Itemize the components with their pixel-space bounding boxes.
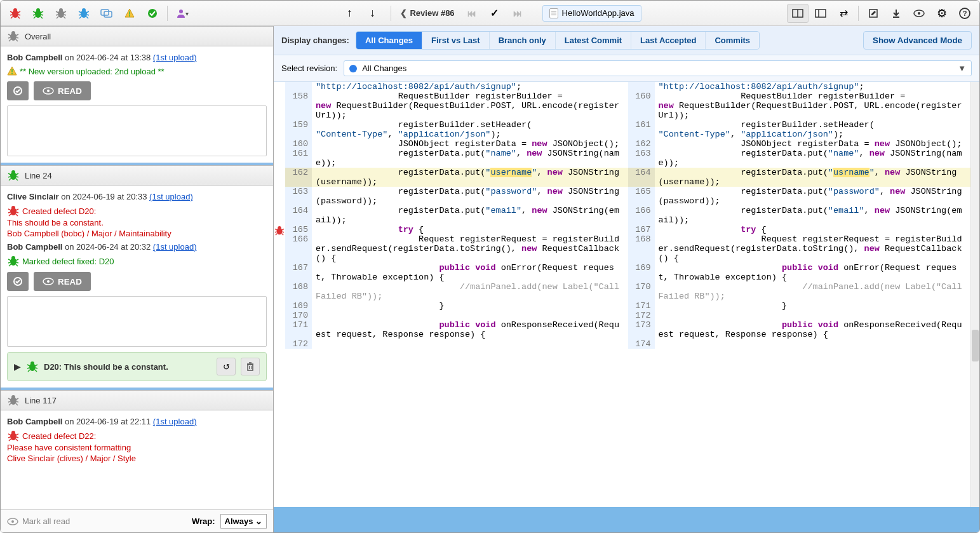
expand-button[interactable]: ▶ <box>14 361 21 372</box>
next-file-button[interactable]: ⏭ <box>507 4 528 23</box>
bug-red-icon <box>7 430 20 442</box>
upload-link[interactable]: (1st upload) <box>149 192 193 201</box>
comment-textarea[interactable] <box>7 296 267 347</box>
warning-button[interactable] <box>119 4 140 23</box>
section-overall-header[interactable]: Overall <box>1 26 273 46</box>
watch-button[interactable] <box>908 4 930 23</box>
select-revision-label: Select revision: <box>281 64 337 73</box>
section-line24-header[interactable]: Line 24 <box>1 165 273 186</box>
warning-icon <box>7 66 17 76</box>
defect-meta: Bob Campbell (bobc) / Major / Maintainab… <box>7 229 267 238</box>
edit-button[interactable] <box>863 4 884 23</box>
svg-rect-56 <box>248 365 253 370</box>
settings-button[interactable]: ⚙ <box>931 4 953 23</box>
accept-button[interactable] <box>7 272 29 291</box>
comment-author: Clive Sinclair <box>7 192 59 201</box>
comment-author: Bob Campbell <box>7 417 62 426</box>
top-toolbar: ▾ ↑ ↓ ❮Review #86 ⏮ ✓ ⏭ HelloWorldApp.ja… <box>1 1 979 26</box>
defect-meta: Clive Sinclair (clives) / Major / Style <box>7 454 267 463</box>
person-button[interactable]: ▾ <box>171 4 193 23</box>
revision-select[interactable]: All Changes ▼ <box>344 60 972 76</box>
advanced-mode-button[interactable]: Show Advanced Mode <box>863 31 972 50</box>
down-arrow-button[interactable]: ↓ <box>361 4 383 23</box>
defect-text: Please have consistent formatting <box>7 443 267 452</box>
svg-text:?: ? <box>963 10 967 17</box>
bug-red-button[interactable] <box>4 4 26 23</box>
display-changes-label: Display changes: <box>281 36 349 45</box>
bug-grey-button[interactable] <box>50 4 72 23</box>
fixed-note: Marked defect fixed: D20 <box>7 255 267 267</box>
review-back-button[interactable]: ❮Review #86 <box>395 8 459 18</box>
tab-branch-only[interactable]: Branch only <box>490 32 556 49</box>
tab-commits[interactable]: Commits <box>706 32 759 49</box>
bug-green-icon <box>26 361 39 372</box>
help-button[interactable]: ? <box>954 4 976 23</box>
comment-date: on 2024-06-19 at 20:33 <box>61 192 147 201</box>
svg-rect-37 <box>104 11 112 17</box>
section-overall-body: Bob Campbell on 2024-06-24 at 13:38 (1st… <box>1 46 273 165</box>
tab-first-vs-last[interactable]: First vs Last <box>422 32 490 49</box>
download-button[interactable] <box>885 4 907 23</box>
file-tab[interactable]: HelloWorldApp.java <box>542 5 641 22</box>
check-button[interactable] <box>142 4 163 23</box>
section-title: Overall <box>25 32 51 41</box>
svg-point-62 <box>11 520 14 523</box>
defect-text: This should be a constant. <box>7 218 267 227</box>
bug-red-icon <box>7 205 20 217</box>
upload-link[interactable]: (1st upload) <box>153 242 197 252</box>
bug-green-icon <box>7 255 20 267</box>
defect-label: D20: This should be a constant. <box>44 362 168 372</box>
svg-point-55 <box>47 280 50 283</box>
accept-button[interactable] <box>7 81 29 100</box>
tab-latest-commit[interactable]: Latest Commit <box>556 32 631 49</box>
wrap-select[interactable]: Always ⌄ <box>220 514 267 529</box>
delete-button[interactable] <box>241 358 260 375</box>
svg-rect-36 <box>101 10 109 15</box>
tab-last-accepted[interactable]: Last Accepted <box>631 32 706 49</box>
first-file-button[interactable]: ⏮ <box>461 4 483 23</box>
comments-panel: Overall Bob Campbell on 2024-06-24 at 13… <box>1 26 274 532</box>
file-name: HelloWorldApp.java <box>562 8 634 18</box>
bug-grey-icon <box>7 30 20 42</box>
wrap-label: Wrap: <box>192 516 215 526</box>
svg-point-38 <box>179 10 183 13</box>
approve-button[interactable]: ✓ <box>484 4 506 23</box>
comment-date: on 2024-06-24 at 13:38 <box>65 53 151 62</box>
chevron-down-icon: ▼ <box>958 64 966 73</box>
split-view-button[interactable] <box>787 4 809 23</box>
file-icon <box>549 8 558 18</box>
comments-button[interactable] <box>96 4 117 23</box>
scroll-strip[interactable] <box>970 82 979 507</box>
upload-link[interactable]: (1st upload) <box>153 417 197 426</box>
svg-point-52 <box>47 90 50 92</box>
comment-textarea[interactable] <box>7 105 267 156</box>
upload-link[interactable]: (1st upload) <box>153 53 197 62</box>
gutter <box>274 82 285 507</box>
section-line117-header[interactable]: Line 117 <box>1 390 273 410</box>
swap-button[interactable]: ⇄ <box>833 4 854 23</box>
defect-created: Created defect D22: <box>7 430 267 442</box>
section-line24-body: Clive Sinclair on 2024-06-19 at 20:33 (1… <box>1 186 273 390</box>
chevron-down-icon: ⌄ <box>255 516 262 526</box>
bug-green-icon <box>7 170 20 181</box>
reopen-button[interactable]: ↺ <box>217 358 236 375</box>
up-arrow-button[interactable]: ↑ <box>339 4 360 23</box>
svg-rect-42 <box>816 10 826 17</box>
mark-all-read-button[interactable]: Mark all read <box>7 516 70 526</box>
unified-view-button[interactable] <box>810 4 831 23</box>
mark-read-button[interactable]: READ <box>34 272 91 291</box>
bug-marker[interactable] <box>274 226 285 238</box>
mark-read-button[interactable]: READ <box>34 81 91 100</box>
svg-point-47 <box>918 12 920 15</box>
diff-right[interactable]: "http://localhost:8082/api/auth/signup";… <box>628 82 971 507</box>
tab-all-changes[interactable]: All Changes <box>356 32 422 49</box>
display-changes-bar: Display changes: All ChangesFirst vs Las… <box>274 26 979 55</box>
comment-author: Bob Campbell <box>7 242 62 252</box>
scroll-thumb[interactable] <box>972 330 979 361</box>
dot-icon <box>349 65 357 72</box>
diff-left[interactable]: "http://localhost:8082/api/auth/signup";… <box>285 82 628 507</box>
bug-green-button[interactable] <box>27 4 49 23</box>
bug-blue-button[interactable] <box>73 4 95 23</box>
separator <box>167 6 168 21</box>
defect-created: Created defect D20: <box>7 205 267 217</box>
